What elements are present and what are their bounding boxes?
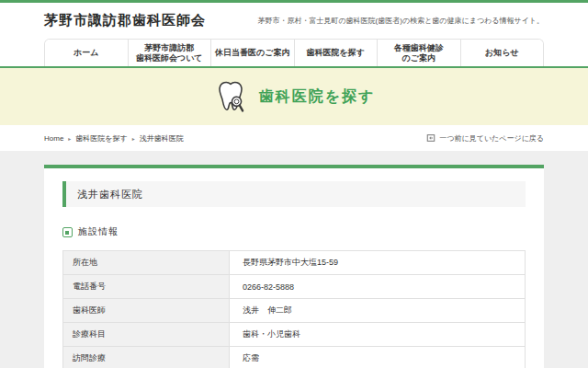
nav-item-label: 歯科医院を探す	[307, 48, 365, 58]
nav-item-label: お知らせ	[485, 48, 519, 58]
facility-info-title: 施設情報	[78, 225, 119, 238]
table-row: 電話番号 0266-82-5888	[63, 275, 526, 299]
tooth-search-icon	[213, 79, 248, 114]
row-value-visiting-care: 応需	[230, 347, 526, 368]
breadcrumb-home-link[interactable]: Home	[44, 134, 63, 143]
breadcrumb-bar: Home ▸ 歯科医院を探す ▸ 浅井歯科医院 一つ前に見ていたページに戻る	[0, 125, 588, 151]
breadcrumb-separator: ▸	[132, 135, 135, 142]
table-row: 歯科医師 浅井 伸二郎	[63, 299, 526, 323]
nav-item-label: ホーム	[74, 48, 98, 58]
row-label-phone: 電話番号	[63, 275, 230, 299]
row-value-departments: 歯科・小児歯科	[230, 323, 526, 347]
breadcrumb-current-page: 浅井歯科医院	[140, 133, 184, 144]
nav-item-home[interactable]: ホーム	[45, 40, 129, 66]
back-link-label: 一つ前に見ていたページに戻る	[439, 133, 544, 144]
clinic-title-box: 浅井歯科医院	[62, 181, 526, 207]
row-label-departments: 診療科目	[63, 323, 230, 347]
breadcrumb: Home ▸ 歯科医院を探す ▸ 浅井歯科医院	[44, 133, 184, 144]
site-header: 茅野市諏訪郡歯科医師会 茅野市・原村・富士見町の歯科医院(歯医者)の検索と歯の健…	[0, 3, 588, 39]
facility-icon	[62, 227, 73, 237]
banner-title: 歯科医院を探す	[259, 87, 376, 107]
main-nav: ホーム 茅野市諏訪郡 歯科医師会ついて 休日当番医のご案内 歯科医院を探す 各種…	[0, 39, 588, 66]
row-label-dentist: 歯科医師	[63, 299, 230, 323]
nav-item-find-clinic[interactable]: 歯科医院を探す	[295, 40, 379, 66]
nav-item-about-association[interactable]: 茅野市諏訪郡 歯科医師会ついて	[129, 40, 212, 66]
table-row: 診療科目 歯科・小児歯科	[63, 323, 526, 347]
row-value-dentist: 浅井 伸二郎	[230, 299, 526, 323]
nav-item-news[interactable]: お知らせ	[461, 40, 544, 66]
site-tagline: 茅野市・原村・富士見町の歯科医院(歯医者)の検索と歯の健康にまつわる情報サイト。	[257, 16, 544, 26]
back-to-previous-link[interactable]: 一つ前に見ていたページに戻る	[426, 133, 544, 144]
facility-info-section-head: 施設情報	[62, 225, 526, 238]
nav-item-holiday-dentist[interactable]: 休日当番医のご案内	[211, 40, 295, 66]
row-value-address: 長野県茅野市中大塩15-59	[230, 251, 526, 275]
facility-info-table: 所在地 長野県茅野市中大塩15-59 電話番号 0266-82-5888 歯科医…	[62, 250, 526, 368]
breadcrumb-separator: ▸	[68, 135, 71, 142]
nav-item-label: 休日当番医のご案内	[215, 48, 289, 58]
clinic-name-heading: 浅井歯科医院	[77, 188, 143, 201]
breadcrumb-find-clinic-link[interactable]: 歯科医院を探す	[75, 133, 127, 144]
main-content-area: 浅井歯科医院 施設情報 所在地 長野県茅野市中大塩15-59 電話番号 0266…	[0, 151, 588, 368]
row-label-visiting-care: 訪問診療	[63, 347, 230, 368]
table-row: 訪問診療 応需	[63, 347, 526, 368]
table-row: 所在地 長野県茅野市中大塩15-59	[63, 251, 526, 275]
clinic-detail-card: 浅井歯科医院 施設情報 所在地 長野県茅野市中大塩15-59 電話番号 0266…	[44, 165, 544, 368]
nav-item-label: 茅野市諏訪郡 歯科医師会ついて	[136, 43, 203, 63]
row-value-phone: 0266-82-5888	[230, 275, 526, 299]
site-title: 茅野市諏訪郡歯科医師会	[44, 12, 206, 29]
row-label-address: 所在地	[63, 251, 230, 275]
return-page-icon	[426, 133, 435, 143]
nav-item-label: 各種歯科健診 のご案内	[394, 43, 444, 63]
nav-item-checkups[interactable]: 各種歯科健診 のご案内	[378, 40, 461, 66]
page-banner: 歯科医院を探す	[0, 68, 588, 125]
